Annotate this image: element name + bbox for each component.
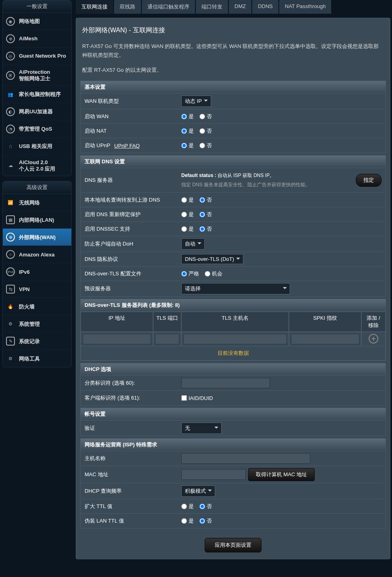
sidebar-item-network-map[interactable]: ◉网络地图 [3,13,71,30]
tls-no-data: 目前没有数据 [81,346,386,360]
cloud-icon: ☁ [6,161,15,170]
section-isp-head: 网络服务运营商 (ISP) 特殊需求 [81,439,386,451]
tab-internet[interactable]: 互联网连接 [76,0,113,14]
dot-strict[interactable]: 严格 [181,270,199,277]
sidebar-item-uu[interactable]: ◐网易UU加速器 [3,103,71,121]
auth-label: 验证 [81,421,177,436]
sidebar-item-tools[interactable]: ⚙网络工具 [3,350,71,367]
enable-upnp-no[interactable]: 否 [199,142,212,149]
mac-label: MAC 地址 [81,466,177,483]
fire-icon: 🔥 [6,302,15,311]
tab-dualwan[interactable]: 双线路 [114,0,141,14]
dhcp-freq-select[interactable]: 积极模式 [181,485,215,497]
doh-label: 防止客户端自动 DoH [81,236,177,252]
ttl-label: 扩大 TTL 值 [81,499,177,513]
host-input[interactable] [181,453,310,464]
upnp-faq-link[interactable]: UPnP FAQ [114,143,140,149]
tools-icon: ⚙ [6,354,15,363]
dns-forward-no[interactable]: 否 [199,196,212,204]
sidebar-item-vpn[interactable]: ⇆VPN [3,281,71,298]
tab-nat[interactable]: NAT Passthrough [279,0,331,14]
host-label: 主机名称 [81,451,177,466]
sidebar-item-admin[interactable]: ⚙系统管理 [3,315,71,333]
dns-rebind-yes[interactable]: 是 [181,211,194,218]
dhcp-class-label: 分类标识符 (选项 60): [81,376,177,390]
dns-forward-yes[interactable]: 是 [181,196,194,204]
sidebar-item-aicloud[interactable]: ☁AiCloud 2.0 个人云 2.0 应用 [3,155,71,176]
sidebar-item-guest-network[interactable]: ◎Guest Network Pro [3,48,71,65]
sidebar-item-alexa[interactable]: ○Amazon Alexa [3,246,71,263]
globe-icon: ⊛ [6,233,15,242]
sidebar-item-aimesh[interactable]: ⊕AiMesh [3,30,71,48]
enable-upnp-yes[interactable]: 是 [181,142,194,149]
doh-select[interactable]: 自动 [181,238,205,250]
lan-icon: ▦ [6,215,15,224]
chevron-down-icon [282,286,287,292]
enable-nat-label: 启动 NAT [81,124,177,138]
lan-ttl-no[interactable]: 否 [199,517,212,525]
section-dns-head: 互联网 DNS 设置 [81,156,386,168]
gear-icon: ⚙ [6,319,15,328]
sidebar-item-wireless[interactable]: 📶无线网络 [3,194,71,211]
page-desc-1: RT-AX57 Go 可支持数种连结 WAN 的联机类型。这些类型可从 WAN … [80,42,386,66]
tls-spki-input[interactable] [291,334,359,344]
apply-button[interactable]: 应用本页面设置 [205,538,261,552]
lan-ttl-label: 伪装 LAN TTL 值 [81,514,177,528]
ttl-yes[interactable]: 是 [181,503,194,510]
general-settings-header: 一般设置 [3,0,71,13]
enable-wan-yes[interactable]: 是 [181,113,194,120]
dns-privacy-select[interactable]: DNS-over-TLS (DoT) [181,254,243,264]
tls-ip-input[interactable] [83,334,151,344]
dns-forward-label: 将本地域名查询转发到上游 DNS [81,193,177,207]
ttl-no[interactable]: 否 [199,503,212,510]
tab-dmz[interactable]: DMZ [229,0,251,14]
enable-wan-no[interactable]: 否 [199,113,212,120]
people-icon: 👥 [6,90,15,99]
sidebar-item-usb[interactable]: ⎍USB 相关应用 [3,138,71,155]
sidebar-item-lan[interactable]: ▦内部网络(LAN) [3,211,71,229]
usb-icon: ⎍ [6,142,15,151]
sidebar-item-parental[interactable]: 👥家长电脑控制程序 [3,86,71,103]
preset-label: 预设服务器 [81,281,177,296]
enable-upnp-label: 启动 UPnP [85,142,110,149]
dhcp-class-input[interactable] [181,378,270,388]
tls-host-input[interactable] [183,334,287,344]
dhcp-client-label: 客户端标识符 (选项 61): [81,391,177,405]
iaid-duid-checkbox[interactable]: IAID/DUID [181,395,213,401]
enable-nat-yes[interactable]: 是 [181,127,194,135]
tab-ddns[interactable]: DDNS [252,0,278,14]
dhcp-freq-label: DHCP 查询频率 [81,483,177,499]
gauge-icon: ◐ [6,107,15,116]
auth-select[interactable]: 无 [181,423,222,434]
dot-opportunistic[interactable]: 机会 [205,270,222,277]
sidebar-item-aiprotection[interactable]: ⛨AiProtection 智能网络卫士 [3,65,71,86]
dns-server-label: DNS 服务器 [81,168,177,192]
mac-input[interactable] [181,469,246,480]
tls-col-host: TLS 主机名 [181,312,289,332]
dns-default-status: Default status : 自动从 ISP 获取 DNS IP。 [181,172,353,179]
sidebar-item-firewall[interactable]: 🔥防火墙 [3,298,71,315]
get-mac-button[interactable]: 取得计算机 MAC 地址 [248,468,315,481]
sidebar-item-ipv6[interactable]: IPv6IPv6 [3,263,71,281]
sidebar-item-qos[interactable]: ◔带宽管理 QoS [3,121,71,138]
dnssec-no[interactable]: 否 [199,225,212,233]
sidebar-item-wan[interactable]: ⊛外部网络(WAN) [3,229,71,246]
sidebar-item-log[interactable]: ✎系统记录 [3,333,71,350]
dnssec-yes[interactable]: 是 [181,225,194,233]
antenna-icon: 📶 [6,198,15,207]
tab-portforward[interactable]: 端口转发 [196,0,228,14]
page-desc-2: 配置 RT-AX57 Go 的以太网设置。 [80,66,386,81]
wan-type-select[interactable]: 动态 IP [181,96,211,107]
dns-rebind-no[interactable]: 否 [199,211,212,218]
add-tls-button[interactable]: + [369,334,378,344]
shield-icon: ⛨ [6,71,15,80]
preset-select[interactable]: 请选择 [181,283,290,294]
tab-porttrigger[interactable]: 通信端口触发程序 [142,0,195,14]
tls-port-input[interactable] [155,334,179,344]
advanced-settings-header: 高级设置 [3,181,71,194]
lan-ttl-yes[interactable]: 是 [181,517,194,525]
assign-dns-button[interactable]: 指定 [356,174,382,187]
enable-nat-no[interactable]: 否 [199,127,212,135]
chevron-down-icon [236,256,241,262]
dns-rebind-label: 启用 DNS 重新绑定保护 [81,207,177,221]
